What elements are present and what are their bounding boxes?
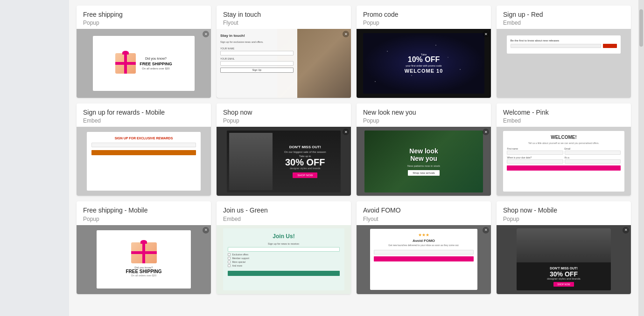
card-title: Promo code bbox=[363, 10, 484, 19]
card-title: Shop now bbox=[223, 108, 344, 117]
card-preview: Did you know? FREE SHIPPING On all order… bbox=[77, 225, 211, 294]
card-title: Sign up - Red bbox=[503, 10, 624, 19]
card-type: Popup bbox=[223, 117, 344, 124]
email-input bbox=[511, 44, 602, 48]
card-header: Shop now - Mobile Popup bbox=[497, 201, 631, 225]
card-shop-now[interactable]: Shop now Popup DON'T MISS OUT! On our bi… bbox=[217, 103, 351, 196]
card-preview: DON'T MISS OUT! 30% OFF designer styles … bbox=[497, 225, 631, 294]
card-type: Popup bbox=[503, 216, 624, 222]
ok-btn bbox=[507, 165, 620, 171]
rewards-inner: SIGN UP FOR EXCLUSIVE REWARDS bbox=[87, 132, 201, 191]
free-shipping-text: Did you know? FREE SHIPPING On all order… bbox=[140, 56, 172, 71]
template-grid: Free shipping Popup Did you know? FREE S… bbox=[77, 6, 631, 294]
card-rewards-mobile[interactable]: Sign up for rewards - Mobile Embed SIGN … bbox=[77, 103, 211, 196]
card-preview: DON'T MISS OUT! On our biggest sale of t… bbox=[217, 127, 351, 196]
card-new-look[interactable]: New look new you Popup New look New you … bbox=[357, 103, 491, 196]
close-icon[interactable]: ✕ bbox=[623, 227, 629, 234]
card-header: Free shipping Popup bbox=[77, 6, 211, 29]
card-type: Flyout bbox=[223, 20, 344, 26]
card-preview: Be the first to know about new releases bbox=[497, 29, 631, 98]
join-inner: Join Us! Sign up for news to receive: Ex… bbox=[223, 228, 344, 290]
close-icon[interactable]: ✕ bbox=[483, 31, 489, 37]
card-header: Join us - Green Embed bbox=[217, 201, 351, 225]
close-icon[interactable]: ✕ bbox=[343, 129, 349, 135]
card-preview: Stay in touch! Sign up for exclusive new… bbox=[217, 29, 351, 98]
sidebar bbox=[0, 0, 69, 316]
close-icon[interactable]: ✕ bbox=[203, 31, 209, 37]
card-title: Stay in touch bbox=[223, 10, 344, 19]
stars-overlay bbox=[363, 33, 484, 94]
scrollbar[interactable] bbox=[638, 0, 644, 316]
snm-inner: DON'T MISS OUT! 30% OFF designer styles … bbox=[517, 228, 611, 290]
form-overlay: Stay in touch! Sign up for exclusive new… bbox=[217, 29, 297, 98]
card-stay-in-touch[interactable]: Stay in touch Flyout Stay in touch! Sign… bbox=[217, 6, 351, 98]
close-icon[interactable]: ✕ bbox=[203, 227, 209, 234]
card-preview: New look New you New patterns now in sto… bbox=[357, 127, 491, 196]
gift-box-icon bbox=[131, 242, 157, 263]
card-join-us-green[interactable]: Join us - Green Embed Join Us! Sign up f… bbox=[217, 201, 351, 294]
card-type: Embed bbox=[83, 117, 204, 124]
signup-btn bbox=[603, 44, 617, 48]
email-input bbox=[228, 247, 339, 252]
card-header: New look new you Popup bbox=[357, 103, 491, 127]
card-preview: Join Us! Sign up for news to receive: Ex… bbox=[217, 225, 351, 294]
card-title: New look new you bbox=[363, 108, 484, 117]
its-a-field: It's a bbox=[565, 156, 621, 164]
join-btn bbox=[228, 271, 339, 276]
sign-up-btn: Sign Up bbox=[220, 68, 294, 73]
model-image bbox=[517, 228, 611, 262]
main-content: Free shipping Popup Did you know? FREE S… bbox=[69, 0, 638, 316]
card-welcome-pink[interactable]: Welcome - Pink Embed WELCOME! Tell us a … bbox=[497, 103, 631, 196]
card-avoid-fomo[interactable]: Avoid FOMO Flyout ★★★ Avoid FOMO Get new… bbox=[357, 201, 491, 294]
card-preview: ★★★ Avoid FOMO Get new launches delivere… bbox=[357, 225, 491, 294]
card-type: Popup bbox=[363, 20, 484, 26]
email-input bbox=[91, 143, 196, 147]
card-title: Join us - Green bbox=[223, 206, 344, 214]
card-title: Sign up for rewards - Mobile bbox=[83, 108, 204, 117]
due-date-field: When is your due date? bbox=[507, 156, 563, 164]
first-name-field: First name bbox=[507, 147, 563, 155]
close-icon[interactable]: ✕ bbox=[483, 129, 489, 135]
subscribe-btn bbox=[91, 150, 196, 155]
card-type: Embed bbox=[223, 216, 344, 222]
email-input bbox=[220, 61, 294, 66]
new-look-inner: New look New you New patterns now in sto… bbox=[364, 131, 483, 192]
card-type: Embed bbox=[503, 20, 624, 26]
card-preview: SIGN UP FOR EXCLUSIVE REWARDS bbox=[77, 127, 211, 196]
fsm-inner: Did you know? FREE SHIPPING On all order… bbox=[97, 230, 191, 289]
signup-red-inner: Be the first to know about new releases bbox=[507, 35, 621, 54]
shop-now-inner: DON'T MISS OUT! On our biggest sale of t… bbox=[227, 131, 341, 192]
card-title: Free shipping - Mobile bbox=[83, 206, 204, 214]
scrollbar-thumb[interactable] bbox=[639, 9, 643, 47]
options-list: Exclusive offers Member support More spe… bbox=[228, 253, 339, 268]
close-icon[interactable]: ✕ bbox=[483, 227, 489, 234]
snm-content: DON'T MISS OUT! 30% OFF designer styles … bbox=[547, 267, 581, 287]
card-header: Sign up for rewards - Mobile Embed bbox=[77, 103, 211, 127]
welcome-inner: WELCOME! Tell us a little about yourself… bbox=[503, 131, 624, 192]
card-header: Stay in touch Flyout bbox=[217, 6, 351, 29]
email-input bbox=[374, 250, 474, 254]
card-promo-code[interactable]: Promo code Popup Take 10% OFF your first… bbox=[357, 6, 491, 98]
card-header: Free shipping - Mobile Popup bbox=[77, 201, 211, 225]
input-row bbox=[511, 44, 617, 48]
card-free-shipping[interactable]: Free shipping Popup Did you know? FREE S… bbox=[77, 6, 211, 98]
card-preview: Take 10% OFF your first order with promo… bbox=[357, 29, 491, 98]
card-header: Sign up - Red Embed bbox=[497, 6, 631, 29]
card-header: Avoid FOMO Flyout bbox=[357, 201, 491, 225]
subscribe-btn bbox=[374, 256, 474, 261]
model-image bbox=[229, 133, 273, 190]
gift-box-icon bbox=[115, 53, 136, 74]
card-signup-red[interactable]: Sign up - Red Embed Be the first to know… bbox=[497, 6, 631, 98]
card-shop-now-mobile[interactable]: Shop now - Mobile Popup DON'T MISS OUT! … bbox=[497, 201, 631, 294]
card-title: Welcome - Pink bbox=[503, 108, 624, 117]
card-header: Welcome - Pink Embed bbox=[497, 103, 631, 127]
promo-inner: Take 10% OFF your first order with promo… bbox=[363, 33, 484, 94]
card-type: Popup bbox=[83, 216, 204, 222]
card-type: Embed bbox=[503, 117, 624, 124]
card-title: Avoid FOMO bbox=[363, 206, 484, 214]
card-free-shipping-mobile[interactable]: Free shipping - Mobile Popup Did you kno… bbox=[77, 201, 211, 294]
card-preview: WELCOME! Tell us a little about yourself… bbox=[497, 127, 631, 196]
name-input bbox=[220, 51, 294, 55]
form-grid: First name Email When is your due date? bbox=[507, 147, 620, 164]
card-preview: Did you know? FREE SHIPPING On all order… bbox=[77, 29, 211, 98]
